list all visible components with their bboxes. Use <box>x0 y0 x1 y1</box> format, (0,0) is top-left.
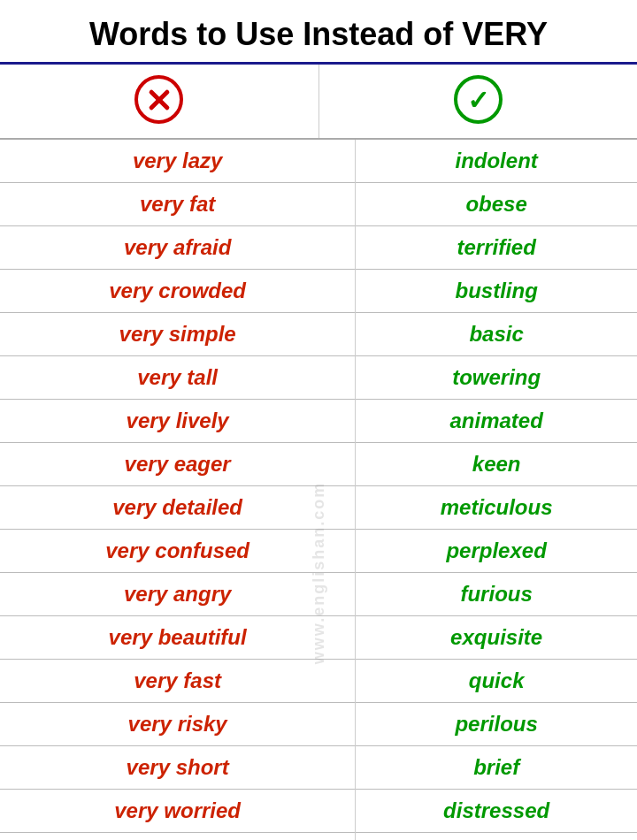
correct-header <box>319 65 638 138</box>
alternative-word: perplexed <box>356 530 637 573</box>
header-row <box>0 65 637 140</box>
table-row: very eagerkeen <box>0 443 637 486</box>
very-word: very worried <box>0 790 356 833</box>
very-word: very crowded <box>0 270 356 313</box>
alternative-word: indolent <box>356 140 637 183</box>
alternative-word: excellent <box>356 833 637 841</box>
very-word: very lively <box>0 400 356 443</box>
very-word: very short <box>0 746 356 790</box>
alternative-word: animated <box>356 400 637 443</box>
alternative-word: bustling <box>356 270 637 313</box>
very-word: very risky <box>0 703 356 746</box>
very-word: very detailed <box>0 486 356 530</box>
wrong-header <box>0 65 319 138</box>
table-row: very fastquick <box>0 660 637 703</box>
alternative-word: towering <box>356 356 637 400</box>
table-row: very talltowering <box>0 356 637 400</box>
alternative-word: brief <box>356 746 637 790</box>
page-title: Words to Use Instead of VERY <box>9 16 628 53</box>
table-row: very angryfurious <box>0 573 637 616</box>
very-word: very simple <box>0 313 356 356</box>
very-word: very lazy <box>0 140 356 183</box>
alternative-word: perilous <box>356 703 637 746</box>
very-word: very fat <box>0 183 356 226</box>
table-row: very worrieddistressed <box>0 790 637 833</box>
table-row: very lazyindolent <box>0 140 637 183</box>
very-word: very confused <box>0 530 356 573</box>
very-word: very afraid <box>0 226 356 270</box>
table-row: very beautifulexquisite <box>0 616 637 660</box>
table-row: very livelyanimated <box>0 400 637 443</box>
alternative-word: terrified <box>356 226 637 270</box>
very-word: very good <box>0 833 356 841</box>
table-row: very simplebasic <box>0 313 637 356</box>
table-row: very shortbrief <box>0 746 637 790</box>
check-icon <box>454 75 503 124</box>
word-table: very lazyindolentvery fatobesevery afrai… <box>0 140 637 840</box>
very-word: very fast <box>0 660 356 703</box>
alternative-word: basic <box>356 313 637 356</box>
very-word: very angry <box>0 573 356 616</box>
alternative-word: meticulous <box>356 486 637 530</box>
wrong-icon <box>134 75 183 124</box>
alternative-word: keen <box>356 443 637 486</box>
very-word: very tall <box>0 356 356 400</box>
alternative-word: furious <box>356 573 637 616</box>
title-bar: Words to Use Instead of VERY <box>0 0 637 65</box>
table-row: very crowdedbustling <box>0 270 637 313</box>
very-word: very beautiful <box>0 616 356 660</box>
alternative-word: exquisite <box>356 616 637 660</box>
table-row: very riskyperilous <box>0 703 637 746</box>
table-row: very confusedperplexed <box>0 530 637 573</box>
table-row: very afraidterrified <box>0 226 637 270</box>
main-container: Words to Use Instead of VERY www.english… <box>0 0 637 840</box>
table-row: very detailedmeticulous <box>0 486 637 530</box>
table-row: very fatobese <box>0 183 637 226</box>
table-row: very goodexcellent <box>0 833 637 841</box>
alternative-word: quick <box>356 660 637 703</box>
alternative-word: obese <box>356 183 637 226</box>
very-word: very eager <box>0 443 356 486</box>
alternative-word: distressed <box>356 790 637 833</box>
table-wrapper: www.englishan.com very lazyindolentvery … <box>0 140 637 840</box>
